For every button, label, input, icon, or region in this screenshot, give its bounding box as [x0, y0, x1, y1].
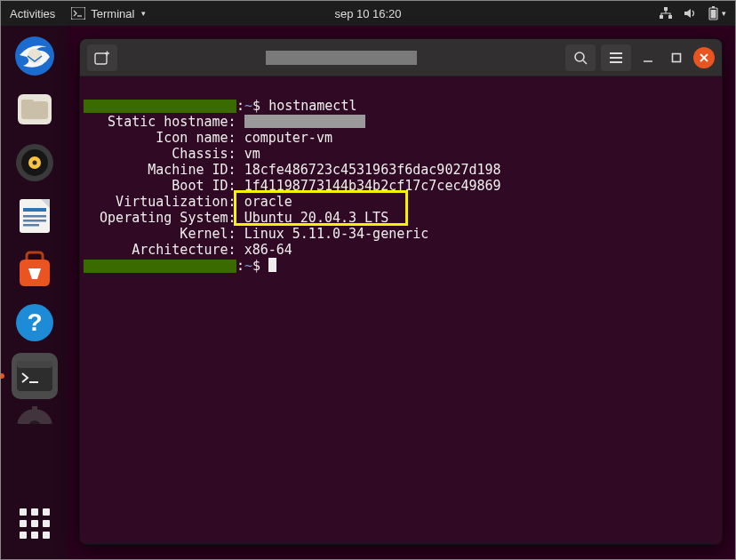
value-machine-id: 18cfe486723c4531963f6dac9027d198 — [244, 162, 501, 178]
svg-rect-7 — [711, 10, 716, 19]
app-menu-label: Terminal — [91, 7, 134, 20]
prompt-path: ~ — [244, 258, 252, 274]
volume-icon[interactable] — [684, 7, 698, 20]
cursor — [268, 258, 276, 272]
prompt-suffix: $ — [252, 98, 260, 114]
battery-indicator[interactable]: ▾ — [708, 6, 726, 20]
app-menu[interactable]: Terminal ▾ — [71, 7, 146, 20]
dock-item-libreoffice-writer[interactable] — [12, 193, 58, 239]
dock-item-settings[interactable] — [12, 406, 58, 424]
label-machine-id: Machine ID: — [84, 162, 236, 178]
svg-rect-25 — [17, 361, 52, 368]
svg-point-36 — [575, 52, 584, 61]
prompt-path: ~ — [244, 98, 252, 114]
top-bar: Activities Terminal ▾ sep 10 16:20 ▾ — [1, 1, 735, 26]
value-boot-id: 1f41198773144b34b2cf17c7cec49869 — [244, 178, 501, 194]
svg-rect-3 — [660, 15, 663, 19]
label-static-hostname: Static hostname: — [84, 114, 236, 130]
svg-rect-29 — [32, 406, 37, 413]
dock-item-rhythmbox[interactable] — [12, 140, 58, 186]
svg-rect-42 — [673, 53, 681, 61]
terminal-output[interactable]: .:~$ hostnamectl Static hostname: Icon n… — [80, 76, 722, 544]
label-arch: Architecture: — [84, 242, 236, 258]
close-button[interactable] — [693, 47, 715, 68]
label-chassis: Chassis: — [84, 146, 236, 162]
value-arch: x86-64 — [244, 242, 292, 258]
label-kernel: Kernel: — [84, 226, 236, 242]
redacted-hostname — [244, 115, 365, 128]
svg-text:?: ? — [27, 308, 42, 336]
value-virtualization: oracle — [244, 194, 292, 210]
label-os: Operating System: — [84, 210, 236, 226]
dock-item-help[interactable]: ? — [12, 300, 58, 346]
battery-icon — [708, 6, 718, 20]
hamburger-icon — [609, 52, 623, 64]
svg-rect-0 — [71, 7, 85, 20]
search-icon — [573, 51, 588, 65]
chevron-down-icon: ▾ — [722, 9, 726, 18]
label-virtualization: Virtualization: — [84, 194, 236, 210]
dock-item-ubuntu-software[interactable] — [12, 246, 58, 292]
svg-rect-21 — [23, 224, 39, 227]
close-icon — [700, 53, 708, 62]
dock-item-thunderbird[interactable] — [12, 33, 58, 79]
show-applications-button[interactable] — [12, 500, 58, 547]
svg-rect-12 — [21, 100, 34, 105]
value-chassis: vm — [244, 146, 260, 162]
svg-rect-33 — [95, 53, 107, 64]
desktop: Activities Terminal ▾ sep 10 16:20 ▾ — [1, 1, 735, 559]
clock[interactable]: sep 10 16:20 — [334, 7, 401, 20]
activities-button[interactable]: Activities — [10, 7, 55, 20]
terminal-icon — [71, 7, 85, 20]
svg-rect-4 — [668, 15, 672, 19]
label-boot-id: Boot ID: — [84, 178, 236, 194]
command-text: hostnamectl — [268, 98, 356, 114]
dock: ? — [1, 26, 68, 559]
value-icon-name: computer-vm — [244, 130, 332, 146]
svg-point-16 — [33, 161, 37, 165]
prompt-suffix: $ — [252, 258, 260, 274]
value-os: Ubuntu 20.04.3 LTS — [244, 210, 389, 226]
value-kernel: Linux 5.11.0-34-generic — [244, 226, 429, 242]
search-button[interactable] — [565, 44, 596, 71]
dock-item-terminal[interactable] — [12, 353, 58, 399]
window-title — [123, 51, 560, 65]
chevron-down-icon: ▾ — [141, 9, 146, 18]
label-icon-name: Icon name: — [84, 130, 236, 146]
hamburger-menu-button[interactable] — [601, 44, 631, 71]
terminal-titlebar[interactable] — [80, 39, 722, 76]
svg-rect-2 — [664, 7, 668, 11]
svg-rect-19 — [23, 215, 46, 218]
redacted-user-host: . — [84, 100, 236, 113]
minimize-button[interactable] — [636, 46, 660, 69]
redacted-user-host: . — [84, 260, 236, 273]
svg-line-37 — [583, 60, 587, 64]
svg-rect-20 — [23, 220, 46, 222]
terminal-window: .:~$ hostnamectl Static hostname: Icon n… — [79, 38, 723, 545]
dock-item-files[interactable] — [12, 86, 58, 132]
network-icon[interactable] — [659, 7, 673, 20]
maximize-button[interactable] — [665, 46, 688, 69]
svg-rect-18 — [23, 208, 46, 212]
svg-rect-6 — [712, 6, 715, 8]
new-tab-button[interactable] — [87, 44, 117, 71]
